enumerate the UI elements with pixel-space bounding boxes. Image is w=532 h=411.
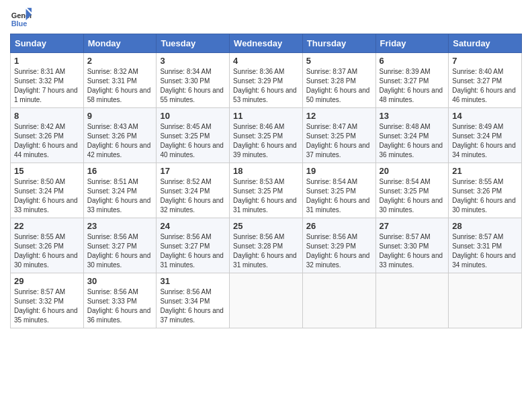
calendar-week-4: 22 Sunrise: 8:55 AM Sunset: 3:26 PM Dayl…	[11, 218, 522, 273]
sunset-label: Sunset: 3:25 PM	[306, 132, 356, 140]
day-number: 21	[452, 166, 518, 176]
sunset-label: Sunset: 3:24 PM	[380, 132, 429, 140]
daylight-label: Daylight: 6 hours and 37 minutes.	[306, 142, 370, 158]
day-number: 7	[452, 56, 518, 66]
daylight-label: Daylight: 6 hours and 32 minutes.	[160, 197, 224, 214]
daylight-label: Daylight: 6 hours and 36 minutes.	[380, 142, 443, 158]
daylight-label: Daylight: 6 hours and 31 minutes.	[233, 252, 297, 269]
sunrise-label: Sunrise: 8:55 AM	[14, 233, 65, 240]
sunset-label: Sunset: 3:24 PM	[14, 187, 64, 195]
day-number: 13	[380, 111, 445, 121]
day-number: 20	[380, 166, 445, 176]
daylight-label: Daylight: 6 hours and 48 minutes.	[380, 87, 443, 103]
day-info: Sunrise: 8:55 AM Sunset: 3:26 PM Dayligh…	[452, 177, 518, 215]
day-info: Sunrise: 8:47 AM Sunset: 3:25 PM Dayligh…	[306, 122, 372, 160]
daylight-label: Daylight: 6 hours and 37 minutes.	[160, 307, 224, 324]
calendar-cell: 26 Sunrise: 8:56 AM Sunset: 3:29 PM Dayl…	[302, 218, 375, 273]
sunset-label: Sunset: 3:34 PM	[160, 298, 210, 305]
day-info: Sunrise: 8:56 AM Sunset: 3:28 PM Dayligh…	[233, 232, 299, 270]
day-number: 31	[160, 276, 226, 286]
calendar-cell	[230, 273, 303, 328]
sunset-label: Sunset: 3:31 PM	[452, 242, 502, 250]
sunset-label: Sunset: 3:27 PM	[87, 242, 137, 250]
day-info: Sunrise: 8:36 AM Sunset: 3:29 PM Dayligh…	[233, 67, 299, 105]
sunrise-label: Sunrise: 8:34 AM	[160, 68, 211, 75]
day-number: 3	[160, 56, 226, 66]
calendar-cell: 16 Sunrise: 8:51 AM Sunset: 3:24 PM Dayl…	[83, 163, 157, 218]
calendar-cell: 17 Sunrise: 8:52 AM Sunset: 3:24 PM Dayl…	[157, 163, 230, 218]
day-info: Sunrise: 8:56 AM Sunset: 3:29 PM Dayligh…	[306, 232, 372, 270]
calendar-cell: 2 Sunrise: 8:32 AM Sunset: 3:31 PM Dayli…	[83, 53, 157, 108]
day-info: Sunrise: 8:31 AM Sunset: 3:32 PM Dayligh…	[14, 67, 80, 105]
sunset-label: Sunset: 3:25 PM	[160, 132, 210, 140]
daylight-label: Daylight: 6 hours and 44 minutes.	[14, 142, 78, 158]
calendar-table: SundayMondayTuesdayWednesdayThursdayFrid…	[10, 34, 522, 328]
day-info: Sunrise: 8:51 AM Sunset: 3:24 PM Dayligh…	[87, 177, 153, 215]
day-info: Sunrise: 8:48 AM Sunset: 3:24 PM Dayligh…	[380, 122, 445, 160]
sunset-label: Sunset: 3:27 PM	[452, 77, 502, 85]
day-info: Sunrise: 8:43 AM Sunset: 3:26 PM Dayligh…	[87, 122, 153, 160]
day-info: Sunrise: 8:56 AM Sunset: 3:27 PM Dayligh…	[87, 232, 153, 270]
day-info: Sunrise: 8:46 AM Sunset: 3:25 PM Dayligh…	[233, 122, 299, 160]
day-info: Sunrise: 8:56 AM Sunset: 3:34 PM Dayligh…	[160, 287, 226, 325]
sunrise-label: Sunrise: 8:50 AM	[14, 178, 65, 185]
calendar-cell: 8 Sunrise: 8:42 AM Sunset: 3:26 PM Dayli…	[11, 108, 84, 163]
day-number: 22	[14, 221, 80, 231]
sunrise-label: Sunrise: 8:56 AM	[160, 233, 211, 240]
day-info: Sunrise: 8:57 AM Sunset: 3:31 PM Dayligh…	[452, 232, 518, 270]
calendar-cell: 11 Sunrise: 8:46 AM Sunset: 3:25 PM Dayl…	[230, 108, 303, 163]
sunset-label: Sunset: 3:24 PM	[452, 132, 502, 140]
sunset-label: Sunset: 3:30 PM	[160, 77, 210, 85]
calendar-body: 1 Sunrise: 8:31 AM Sunset: 3:32 PM Dayli…	[11, 53, 522, 328]
weekday-header-friday: Friday	[375, 34, 449, 53]
sunset-label: Sunset: 3:29 PM	[233, 77, 283, 85]
calendar-cell: 29 Sunrise: 8:57 AM Sunset: 3:32 PM Dayl…	[11, 273, 84, 328]
day-number: 14	[452, 111, 518, 121]
sunrise-label: Sunrise: 8:40 AM	[452, 68, 503, 75]
sunrise-label: Sunrise: 8:32 AM	[87, 68, 138, 75]
sunrise-label: Sunrise: 8:53 AM	[233, 178, 284, 185]
sunrise-label: Sunrise: 8:31 AM	[14, 68, 65, 75]
weekday-header-sunday: Sunday	[11, 34, 84, 53]
day-info: Sunrise: 8:52 AM Sunset: 3:24 PM Dayligh…	[160, 177, 226, 215]
daylight-label: Daylight: 6 hours and 46 minutes.	[452, 87, 516, 103]
day-number: 27	[380, 221, 445, 231]
sunset-label: Sunset: 3:27 PM	[380, 77, 429, 85]
weekday-header-tuesday: Tuesday	[157, 34, 230, 53]
day-number: 2	[87, 56, 153, 66]
sunrise-label: Sunrise: 8:37 AM	[306, 68, 357, 75]
day-info: Sunrise: 8:54 AM Sunset: 3:25 PM Dayligh…	[306, 177, 372, 215]
daylight-label: Daylight: 6 hours and 53 minutes.	[233, 87, 297, 103]
sunrise-label: Sunrise: 8:49 AM	[452, 123, 503, 130]
calendar-cell: 19 Sunrise: 8:54 AM Sunset: 3:25 PM Dayl…	[302, 163, 375, 218]
daylight-label: Daylight: 6 hours and 36 minutes.	[87, 307, 151, 324]
day-number: 6	[380, 56, 445, 66]
sunrise-label: Sunrise: 8:56 AM	[160, 288, 211, 295]
calendar-cell	[375, 273, 449, 328]
day-number: 11	[233, 111, 299, 121]
calendar-cell: 10 Sunrise: 8:45 AM Sunset: 3:25 PM Dayl…	[157, 108, 230, 163]
sunset-label: Sunset: 3:24 PM	[87, 187, 137, 195]
calendar-cell: 4 Sunrise: 8:36 AM Sunset: 3:29 PM Dayli…	[230, 53, 303, 108]
sunset-label: Sunset: 3:32 PM	[14, 298, 64, 305]
daylight-label: Daylight: 6 hours and 58 minutes.	[87, 87, 151, 103]
calendar-cell	[302, 273, 375, 328]
weekday-header-saturday: Saturday	[449, 34, 522, 53]
calendar-cell: 21 Sunrise: 8:55 AM Sunset: 3:26 PM Dayl…	[449, 163, 522, 218]
sunrise-label: Sunrise: 8:56 AM	[306, 233, 357, 240]
calendar-cell: 13 Sunrise: 8:48 AM Sunset: 3:24 PM Dayl…	[375, 108, 449, 163]
calendar-cell: 5 Sunrise: 8:37 AM Sunset: 3:28 PM Dayli…	[302, 53, 375, 108]
day-number: 4	[233, 56, 299, 66]
day-info: Sunrise: 8:56 AM Sunset: 3:27 PM Dayligh…	[160, 232, 226, 270]
day-number: 1	[14, 56, 80, 66]
calendar-cell: 25 Sunrise: 8:56 AM Sunset: 3:28 PM Dayl…	[230, 218, 303, 273]
sunset-label: Sunset: 3:33 PM	[87, 298, 137, 305]
calendar-cell: 3 Sunrise: 8:34 AM Sunset: 3:30 PM Dayli…	[157, 53, 230, 108]
day-info: Sunrise: 8:56 AM Sunset: 3:33 PM Dayligh…	[87, 287, 153, 325]
day-number: 10	[160, 111, 226, 121]
calendar-cell: 20 Sunrise: 8:54 AM Sunset: 3:25 PM Dayl…	[375, 163, 449, 218]
daylight-label: Daylight: 6 hours and 55 minutes.	[160, 87, 224, 103]
sunrise-label: Sunrise: 8:45 AM	[160, 123, 211, 130]
calendar-week-5: 29 Sunrise: 8:57 AM Sunset: 3:32 PM Dayl…	[11, 273, 522, 328]
day-number: 19	[306, 166, 372, 176]
